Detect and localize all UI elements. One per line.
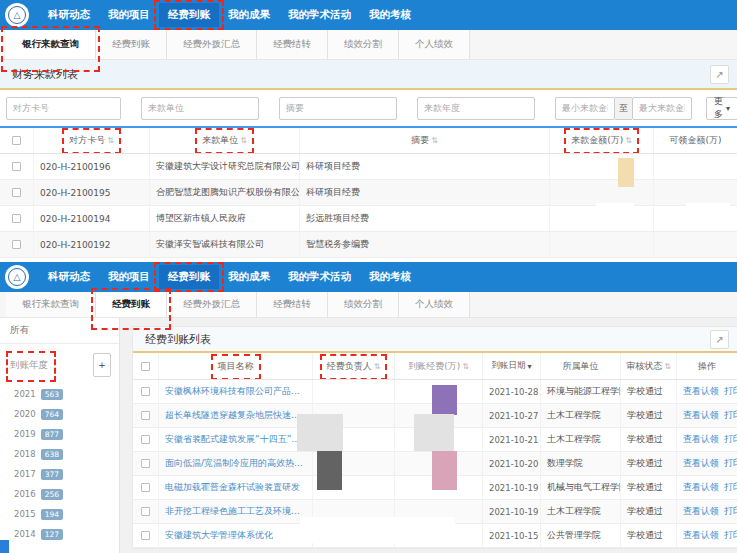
tab-funds-arrival[interactable]: 经费到账 xyxy=(96,292,167,317)
project-link[interactable]: 超长单线隧道穿越复杂地层快速施工关键技术研究 xyxy=(165,409,306,422)
tab-bank-incoming-query[interactable]: 银行来款查询 xyxy=(6,292,96,317)
sort-icon: ⇅ xyxy=(664,362,671,371)
min-amount-input[interactable] xyxy=(555,97,615,120)
project-link[interactable]: 面向低温/宽温制冷应用的高效热电材料的设计与调控 xyxy=(165,457,306,470)
filter-all[interactable]: 所有 xyxy=(0,318,119,344)
project-link[interactable]: 安徽建筑大学管理体系优化 xyxy=(165,529,273,542)
header-amount[interactable]: 来款金额(万)⇅ xyxy=(571,134,632,147)
card-number-input[interactable] xyxy=(6,97,121,120)
project-link[interactable]: 安徽省装配式建筑发展“十四五”规划编制研究项目 xyxy=(165,433,306,446)
finance-list-header: 财务来款列表 ↗ xyxy=(0,60,737,90)
view-claim-link[interactable]: 查看认领 xyxy=(683,385,719,398)
year-filter-2020[interactable]: 2020764 xyxy=(0,404,119,424)
funds-arrival-table: 项目名称 经费负责人⇅ 到账经费(万)⇅ 到账日期▾ 所属单位 审核状态⇅ 操作… xyxy=(133,353,737,548)
tab-personal-performance[interactable]: 个人绩效 xyxy=(399,30,470,59)
row-checkbox[interactable] xyxy=(12,214,21,223)
expand-icon[interactable]: ↗ xyxy=(710,65,729,84)
nav-funds-arrival[interactable]: 经费到账 xyxy=(159,3,219,27)
row-checkbox[interactable] xyxy=(12,240,21,249)
header-arrival-date[interactable]: 到账日期▾ xyxy=(491,360,531,372)
tab-performance-split[interactable]: 绩效分割 xyxy=(328,30,399,59)
row-checkbox[interactable] xyxy=(141,411,150,420)
nav-research-news[interactable]: 科研动态 xyxy=(39,265,99,289)
row-checkbox[interactable] xyxy=(141,507,150,516)
project-link[interactable]: 非开挖工程绿色施工工艺及环境地质适应性研究 xyxy=(165,505,306,518)
view-claim-link[interactable]: 查看认领 xyxy=(683,529,719,542)
header-audit-status[interactable]: 审核状态⇅ xyxy=(626,360,671,373)
plus-icon: + xyxy=(99,359,105,371)
header-project-name[interactable]: 项目名称 xyxy=(218,360,254,373)
year-filter-2019[interactable]: 2019877 xyxy=(0,424,119,444)
table-row: 020-H-2100194 博望区新市镇人民政府 彭远胜项目经费 xyxy=(0,206,737,232)
row-checkbox[interactable] xyxy=(12,162,21,171)
print-link[interactable]: 打印 xyxy=(724,505,737,518)
header-summary[interactable]: 摘要⇅ xyxy=(411,134,438,147)
print-link[interactable]: 打印 xyxy=(724,433,737,446)
university-logo-icon: △ xyxy=(5,265,29,289)
year-filter-2014[interactable]: 2014127 xyxy=(0,524,119,544)
view-claim-link[interactable]: 查看认领 xyxy=(683,505,719,518)
tab-performance-split[interactable]: 绩效分割 xyxy=(328,292,399,317)
tab-bank-incoming-query[interactable]: 银行来款查询 xyxy=(6,30,96,59)
row-checkbox[interactable] xyxy=(141,483,150,492)
tab-funds-arrival[interactable]: 经费到账 xyxy=(96,30,167,59)
nav-academic-activities[interactable]: 我的学术活动 xyxy=(279,3,360,27)
header-fund-owner[interactable]: 经费负责人⇅ xyxy=(327,360,381,373)
view-claim-link[interactable]: 查看认领 xyxy=(683,409,719,422)
bottom-left-blue-fragment xyxy=(0,540,9,553)
print-link[interactable]: 打印 xyxy=(724,529,737,542)
print-link[interactable]: 打印 xyxy=(724,481,737,494)
tab-funds-outbound-summary[interactable]: 经费外拨汇总 xyxy=(167,30,257,59)
sort-icon: ⇅ xyxy=(240,136,247,145)
view-claim-link[interactable]: 查看认领 xyxy=(683,457,719,470)
year-filter-2016[interactable]: 2016256 xyxy=(0,484,119,504)
row-checkbox[interactable] xyxy=(141,531,150,540)
year-filter-2017[interactable]: 2017377 xyxy=(0,464,119,484)
nav-my-assessment[interactable]: 我的考核 xyxy=(360,3,420,27)
header-card-number[interactable]: 对方卡号⇅ xyxy=(69,134,114,147)
print-link[interactable]: 打印 xyxy=(724,409,737,422)
count-badge: 764 xyxy=(41,409,63,420)
view-claim-link[interactable]: 查看认领 xyxy=(683,433,719,446)
year-filter-2021[interactable]: 2021563 xyxy=(0,384,119,404)
print-link[interactable]: 打印 xyxy=(724,385,737,398)
nav-research-news[interactable]: 科研动态 xyxy=(39,3,99,27)
header-unit: 所属单位 xyxy=(563,360,599,373)
tab-personal-performance[interactable]: 个人绩效 xyxy=(399,292,470,317)
nav-my-achievements[interactable]: 我的成果 xyxy=(219,265,279,289)
facet-year-label: 到账年度 xyxy=(10,359,48,372)
select-all-checkbox[interactable] xyxy=(12,136,21,145)
view-claim-link[interactable]: 查看认领 xyxy=(683,481,719,494)
row-checkbox[interactable] xyxy=(141,459,150,468)
summary-input[interactable] xyxy=(279,97,397,120)
nav-academic-activities[interactable]: 我的学术活动 xyxy=(279,265,360,289)
tab-funds-carryover[interactable]: 经费结转 xyxy=(257,30,328,59)
table-row: 020-H-2100192 安徽泽安智诚科技有限公司 智慧税务参编费 xyxy=(0,232,737,258)
project-link[interactable]: 安徽枫林环境科技有限公司产品设计项目 xyxy=(165,385,306,398)
row-checkbox[interactable] xyxy=(141,387,150,396)
header-available-amount: 可领金额(万) xyxy=(669,134,721,147)
select-all-checkbox[interactable] xyxy=(141,362,150,371)
nav-my-projects[interactable]: 我的项目 xyxy=(99,265,159,289)
payer-unit-input[interactable] xyxy=(141,97,259,120)
nav-my-assessment[interactable]: 我的考核 xyxy=(360,265,420,289)
more-button[interactable]: 更多▾ xyxy=(706,97,737,120)
expand-icon[interactable]: ↗ xyxy=(710,330,729,349)
row-checkbox[interactable] xyxy=(12,188,21,197)
nav-funds-arrival[interactable]: 经费到账 xyxy=(159,265,219,289)
nav-my-projects[interactable]: 我的项目 xyxy=(99,3,159,27)
max-amount-input[interactable] xyxy=(632,97,692,120)
project-link[interactable]: 电磁加载霍普金森杆试验装置研发 xyxy=(165,481,300,494)
print-link[interactable]: 打印 xyxy=(724,457,737,470)
nav-my-achievements[interactable]: 我的成果 xyxy=(219,3,279,27)
header-payer-unit[interactable]: 来款单位⇅ xyxy=(202,134,247,147)
add-facet-button[interactable]: + xyxy=(93,353,111,377)
header-arrival-amount[interactable]: 到账经费(万)⇅ xyxy=(408,360,469,373)
sort-icon: ⇅ xyxy=(107,136,114,145)
tab-funds-carryover[interactable]: 经费结转 xyxy=(257,292,328,317)
year-input[interactable] xyxy=(417,97,535,120)
year-filter-2018[interactable]: 2018638 xyxy=(0,444,119,464)
row-checkbox[interactable] xyxy=(141,435,150,444)
year-filter-2015[interactable]: 2015194 xyxy=(0,504,119,524)
tab-funds-outbound-summary[interactable]: 经费外拨汇总 xyxy=(167,292,257,317)
